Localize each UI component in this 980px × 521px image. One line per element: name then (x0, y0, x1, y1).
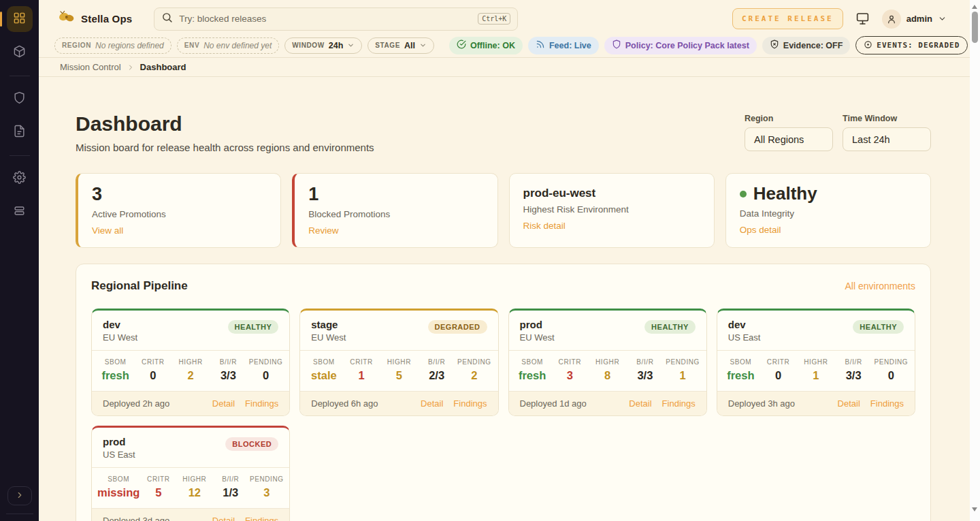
review-link[interactable]: Review (308, 225, 338, 236)
deployed-time: Deployed 3d ago (103, 516, 169, 521)
search-input[interactable] (179, 14, 472, 24)
env-context-chip[interactable]: ENV No env defined yet (177, 37, 279, 54)
ops-detail-link[interactable]: Ops detail (740, 225, 781, 235)
stat-header: SBOM (97, 358, 133, 366)
sidebar-item-settings[interactable] (7, 165, 33, 191)
global-search[interactable]: Ctrl+K (154, 7, 518, 31)
sidebar-item-dashboard[interactable] (7, 6, 33, 32)
region-name: EU West (311, 332, 346, 343)
status-badge: HEALTHY (853, 320, 904, 334)
sbom-value: fresh (723, 369, 759, 382)
pending-value: 1 (665, 369, 701, 382)
active-indicator (0, 12, 2, 27)
detail-link[interactable]: Detail (421, 398, 443, 409)
time-window-select[interactable]: Last 24h (843, 127, 931, 151)
create-release-button[interactable]: CREATE RELEASE (732, 8, 843, 29)
pipeline-card-dev-eu-west: dev EU West HEALTHY SBOMfresh CRITR0 HIG… (91, 309, 290, 416)
detail-link[interactable]: Detail (629, 398, 651, 409)
stat-header: HIGHR (381, 358, 417, 366)
avatar (882, 10, 901, 29)
detail-link[interactable]: Detail (212, 398, 235, 409)
pending-value: 0 (873, 369, 909, 382)
region-select-value: All Regions (754, 134, 804, 145)
evidence-status-pill[interactable]: Evidence: OFF (762, 37, 851, 54)
highr-value: 2 (173, 369, 209, 382)
region-context-chip[interactable]: REGION No regions defined (54, 37, 172, 54)
policy-status-text: Policy: Core Policy Pack latest (625, 41, 749, 50)
stat-header: SBOM (723, 358, 759, 366)
findings-link[interactable]: Findings (245, 516, 278, 521)
region-select[interactable]: All Regions (745, 127, 833, 151)
highr-value: 12 (177, 486, 212, 499)
detail-link[interactable]: Detail (838, 398, 860, 409)
sbom-value: fresh (514, 369, 551, 382)
sbom-value: fresh (97, 369, 133, 382)
evidence-status-text: Evidence: OFF (783, 41, 843, 50)
sidebar-divider (10, 76, 30, 76)
findings-link[interactable]: Findings (245, 398, 278, 409)
deployed-time: Deployed 6h ago (311, 398, 378, 409)
vertical-scrollbar[interactable] (970, 0, 980, 521)
butterfly-logo-icon (58, 10, 75, 27)
app-logo[interactable]: Stella Ops (58, 10, 132, 27)
window-chip-label: WINDOW (292, 42, 324, 49)
critr-value: 1 (344, 369, 380, 382)
risk-detail-link[interactable]: Risk detail (523, 221, 566, 231)
stat-header: B/I/R (836, 358, 872, 366)
sidebar-divider (10, 155, 30, 156)
scroll-down-arrow-icon[interactable] (972, 507, 977, 511)
page-title: Dashboard (76, 112, 374, 136)
stat-label: Highest Risk Environment (523, 204, 700, 215)
stat-header: PENDING (456, 358, 492, 366)
sidebar-expand-button[interactable] (7, 486, 32, 505)
bir-value: 3/3 (627, 369, 663, 382)
findings-link[interactable]: Findings (662, 398, 696, 409)
feed-status-text: Feed: Live (549, 41, 591, 50)
stat-value: Healthy (753, 184, 817, 204)
detail-link[interactable]: Detail (212, 516, 235, 521)
pending-value: 2 (456, 369, 492, 382)
stat-header: SBOM (306, 358, 342, 366)
shield-x-icon (770, 40, 779, 51)
monitor-icon[interactable] (855, 12, 870, 26)
stat-label: Data Integrity (740, 208, 917, 219)
window-chip-value: 24h (329, 41, 344, 50)
findings-link[interactable]: Findings (870, 398, 904, 409)
sidebar-item-infrastructure[interactable] (7, 199, 33, 225)
healthy-dot (740, 191, 747, 198)
sidebar-item-documents[interactable] (7, 119, 33, 145)
stat-header: SBOM (514, 358, 551, 366)
policy-status-pill[interactable]: Policy: Core Policy Pack latest (604, 37, 757, 54)
findings-link[interactable]: Findings (453, 398, 487, 409)
offline-status-pill[interactable]: Offline: OK (449, 37, 523, 54)
window-context-chip[interactable]: WINDOW 24h (284, 37, 362, 54)
view-all-link[interactable]: View all (92, 225, 123, 236)
stat-header: HIGHR (798, 358, 834, 366)
scrollbar-thumb[interactable] (972, 12, 978, 43)
all-environments-link[interactable]: All environments (845, 281, 916, 291)
events-status-pill[interactable]: EVENTS: DEGRADED (855, 36, 968, 54)
stage-chip-value: All (404, 41, 415, 50)
sidebar-item-security[interactable] (7, 86, 33, 112)
stat-value: prod-eu-west (523, 187, 700, 200)
breadcrumb-mission-control[interactable]: Mission Control (60, 62, 121, 72)
region-chip-value: No regions defined (95, 41, 164, 50)
stage-context-chip[interactable]: STAGE All (368, 37, 434, 54)
feed-status-pill[interactable]: Feed: Live (528, 37, 599, 54)
stat-header: PENDING (665, 358, 701, 366)
stat-header: PENDING (249, 475, 284, 483)
env-name: dev (728, 319, 761, 330)
stat-header: HIGHR (173, 358, 209, 366)
sidebar-item-releases[interactable] (7, 40, 33, 65)
status-badge: DEGRADED (428, 320, 487, 334)
app-root: Stella Ops Ctrl+K CREATE RELEASE ad (0, 0, 980, 521)
deployed-time: Deployed 3h ago (728, 398, 795, 409)
bir-value: 3/3 (210, 369, 246, 382)
search-icon (161, 12, 173, 26)
check-circle-icon (457, 40, 466, 51)
shield-icon (13, 91, 26, 107)
scroll-up-arrow-icon[interactable] (972, 5, 977, 9)
sbom-value: stale (306, 369, 342, 382)
page-subtitle: Mission board for release health across … (76, 142, 374, 153)
user-menu[interactable]: admin (882, 10, 947, 29)
